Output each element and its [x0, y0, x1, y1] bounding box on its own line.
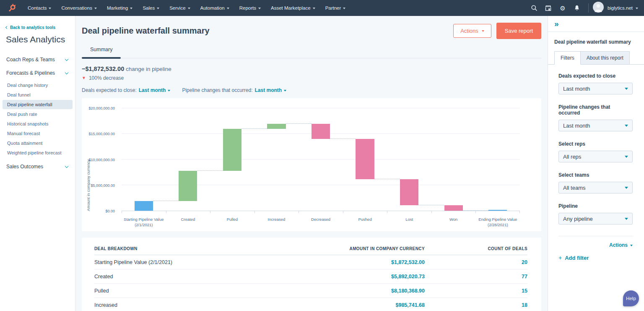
- collapse-panel-icon[interactable]: »: [554, 19, 559, 28]
- chart-plot: [122, 108, 520, 211]
- connector-line: [242, 128, 267, 129]
- y-tick-label: $20,000,000.00: [88, 106, 118, 110]
- marketplace-icon[interactable]: [541, 0, 556, 16]
- sidebar-item-historical-snapshots[interactable]: Historical snapshots: [3, 119, 73, 128]
- connector-line: [286, 123, 312, 124]
- bar-created[interactable]: [179, 171, 197, 201]
- save-report-button[interactable]: Save report: [496, 23, 541, 39]
- filter-field-value: Last month: [563, 86, 590, 92]
- amount-cell[interactable]: $985,741.68: [299, 302, 425, 308]
- pipeline-changes-filter-dropdown[interactable]: Last month: [255, 87, 287, 93]
- chevron-left-icon: [5, 26, 8, 29]
- panel-actions-dropdown[interactable]: Actions: [609, 242, 633, 248]
- filter-field-select[interactable]: All reps: [558, 151, 633, 162]
- sidebar-item-weighted-pipeline-forecast[interactable]: Weighted pipeline forecast: [3, 148, 73, 157]
- filter-field-select[interactable]: Last month: [558, 120, 633, 131]
- count-cell[interactable]: 18: [425, 302, 527, 308]
- bar-decreased[interactable]: [312, 124, 330, 139]
- back-to-analytics-link[interactable]: Back to analytics tools: [6, 25, 69, 30]
- connector-line: [374, 179, 400, 179]
- col-header-count: COUNT OF DEALS: [425, 246, 527, 251]
- chevron-down-icon: [65, 71, 68, 74]
- bar-lost[interactable]: [400, 179, 418, 206]
- notifications-icon[interactable]: [570, 0, 584, 16]
- sidebar-item-deal-funnel[interactable]: Deal funnel: [3, 90, 73, 99]
- nav-item-asset-marketplace[interactable]: Asset Marketplace: [266, 0, 320, 16]
- deal-breakdown-table: DEAL BREAKDOWN AMOUNT IN COMPANY CURRENC…: [82, 238, 541, 311]
- connector-line: [330, 139, 356, 139]
- nav-item-partner[interactable]: Partner: [320, 0, 351, 16]
- nav-item-label: Automation: [200, 5, 225, 10]
- deal-breakdown-cell: Created: [94, 274, 299, 280]
- chevron-down-icon: [482, 30, 484, 32]
- bar-won[interactable]: [444, 205, 463, 211]
- filter-field-select-reps: Select repsAll reps: [558, 141, 633, 162]
- search-icon[interactable]: [527, 0, 541, 16]
- filter-field-select[interactable]: Any pipeline: [558, 213, 633, 225]
- filter-field-value: All teams: [563, 185, 585, 191]
- axis-tick: [519, 211, 520, 213]
- count-cell[interactable]: 20: [425, 259, 527, 265]
- nav-item-label: Partner: [325, 5, 341, 10]
- bar-ending-pipeline-value[interactable]: [488, 210, 507, 211]
- nav-item-service[interactable]: Service: [164, 0, 195, 16]
- col-header-deal-breakdown: DEAL BREAKDOWN: [94, 246, 299, 251]
- actions-button[interactable]: Actions: [453, 24, 491, 38]
- deal-breakdown-cell: Pulled: [94, 288, 299, 294]
- bar-pulled[interactable]: [223, 129, 242, 171]
- nav-item-marketing[interactable]: Marketing: [102, 0, 138, 16]
- sidebar-section-sales-outcomes[interactable]: Sales Outcomes: [6, 160, 69, 173]
- sidebar-section-forecasts-pipelines[interactable]: Forecasts & Pipelines: [6, 66, 69, 80]
- nav-item-reports[interactable]: Reports: [234, 0, 266, 16]
- amount-cell[interactable]: $5,892,020.73: [299, 274, 425, 280]
- filter-field-select[interactable]: All teams: [558, 182, 633, 193]
- filter-field-select[interactable]: Last month: [558, 83, 633, 94]
- nav-item-conversations[interactable]: Conversations: [56, 0, 102, 16]
- sidebar-item-deal-change-history[interactable]: Deal change history: [3, 81, 73, 90]
- report-tabs: Summary: [82, 44, 541, 58]
- help-button[interactable]: Help: [623, 290, 639, 306]
- x-axis-label: Decreased: [299, 217, 343, 228]
- tab-summary[interactable]: Summary: [82, 44, 121, 58]
- nav-item-automation[interactable]: Automation: [195, 0, 234, 16]
- bar-increased[interactable]: [267, 124, 286, 129]
- nav-menu: ContactsConversationsMarketingSalesServi…: [23, 0, 351, 16]
- deals-close-filter-dropdown[interactable]: Last month: [139, 87, 171, 93]
- settings-icon[interactable]: ⚙: [556, 0, 570, 16]
- sidebar-item-quota-attainment[interactable]: Quota attainment: [3, 139, 73, 148]
- add-filter-button[interactable]: + Add filter: [558, 254, 633, 261]
- amount-cell[interactable]: $1,872,532.00: [299, 259, 425, 265]
- panel-title: Deal pipeline waterfall summary: [548, 32, 644, 51]
- connector-line: [197, 170, 223, 171]
- bar-starting-pipeline-value[interactable]: [135, 201, 153, 211]
- amount-cell[interactable]: $8,180,368.90: [299, 288, 425, 294]
- analytics-sidebar: Back to analytics tools Sales Analytics …: [0, 16, 75, 311]
- nav-item-label: Service: [169, 5, 185, 10]
- filter-field-value: Last month: [563, 123, 590, 129]
- count-cell[interactable]: 15: [425, 288, 527, 294]
- tab-about-this-report[interactable]: About this report: [581, 51, 630, 65]
- sidebar-section-coach-reps-teams[interactable]: Coach Reps & Teams: [6, 53, 69, 66]
- connector-line: [418, 205, 444, 205]
- account-name: biglytics.net: [608, 5, 633, 10]
- bar-pushed[interactable]: [356, 139, 374, 179]
- nav-item-sales[interactable]: Sales: [138, 0, 164, 16]
- filter-field-pipeline-changes-that-occurred: Pipeline changes that occurredLast month: [558, 104, 633, 131]
- sidebar-item-deal-push-rate[interactable]: Deal push rate: [3, 110, 73, 119]
- nav-item-contacts[interactable]: Contacts: [23, 0, 56, 16]
- account-menu[interactable]: biglytics.net: [608, 5, 638, 10]
- sidebar-item-deal-pipeline-waterfall[interactable]: Deal pipeline waterfall: [3, 100, 73, 109]
- axis-tick: [475, 211, 476, 213]
- tab-filters[interactable]: Filters: [554, 51, 581, 65]
- hubspot-logo-icon[interactable]: [8, 3, 17, 13]
- panel-tabs: Filters About this report: [548, 51, 644, 65]
- chevron-down-icon: [258, 8, 261, 9]
- avatar[interactable]: [593, 2, 604, 14]
- y-tick-label: $0.00: [105, 209, 118, 213]
- sidebar-item-manual-forecast[interactable]: Manual forecast: [3, 129, 73, 138]
- axis-tick: [387, 211, 387, 213]
- count-cell[interactable]: 77: [425, 274, 527, 280]
- table-body: Starting Pipeline Value (2/1/2021)$1,872…: [94, 255, 527, 311]
- nav-item-label: Asset Marketplace: [271, 5, 311, 10]
- x-axis-labels: Starting Pipeline Value(2/1/2021)Created…: [122, 217, 520, 228]
